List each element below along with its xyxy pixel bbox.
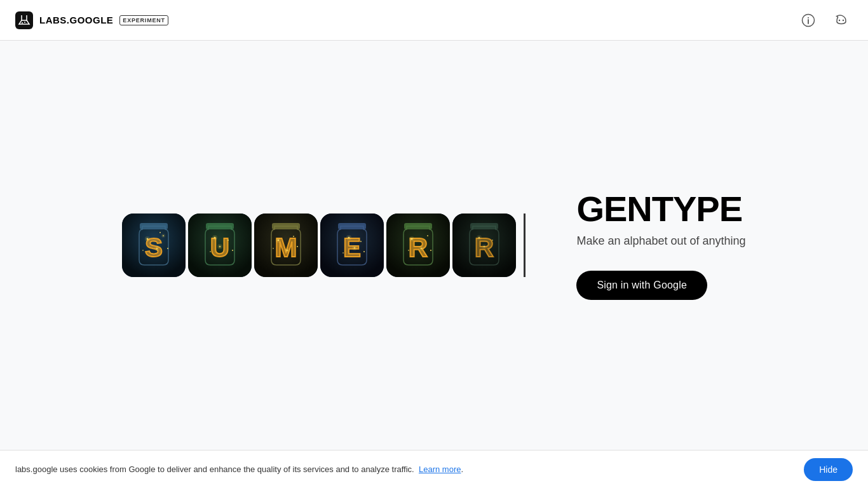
svg-point-62 xyxy=(430,250,431,251)
app-subtitle: Make an alphabet out of anything xyxy=(576,234,745,248)
svg-point-73 xyxy=(477,235,482,240)
svg-point-20 xyxy=(161,234,165,238)
svg-rect-10 xyxy=(140,223,168,229)
svg-point-60 xyxy=(427,235,428,236)
svg-point-21 xyxy=(154,246,159,251)
letter-card-u: U U xyxy=(188,214,252,277)
header-right xyxy=(797,9,853,32)
info-icon xyxy=(801,13,815,27)
svg-text:E: E xyxy=(343,233,361,262)
svg-point-32 xyxy=(217,244,222,249)
header-left: LABS.GOOGLE EXPERIMENT xyxy=(15,11,168,29)
learn-more-link[interactable]: Learn more xyxy=(419,464,461,474)
svg-point-3 xyxy=(24,22,25,23)
letter-card-r: R R xyxy=(386,214,450,277)
svg-point-30 xyxy=(210,251,211,252)
svg-point-16 xyxy=(167,248,168,249)
svg-text:M: M xyxy=(275,233,297,262)
svg-point-74 xyxy=(482,244,487,249)
svg-point-53 xyxy=(346,235,351,240)
svg-point-49 xyxy=(360,241,362,242)
letter-card-r2: R R xyxy=(452,214,516,277)
flask-icon xyxy=(15,11,33,29)
main-content: S S xyxy=(0,41,868,450)
letter-cards-panel: S S xyxy=(122,214,526,277)
svg-rect-67 xyxy=(470,223,498,229)
sign-in-button[interactable]: Sign in with Google xyxy=(576,271,707,300)
svg-point-19 xyxy=(145,236,150,241)
letter-card-s: S S xyxy=(122,214,186,277)
app-title: GENTYPE xyxy=(576,191,742,227)
svg-point-42 xyxy=(276,238,281,243)
svg-point-8 xyxy=(843,19,844,20)
svg-point-71 xyxy=(492,240,493,241)
letter-card-m: M M xyxy=(254,214,318,277)
info-button[interactable] xyxy=(797,9,820,32)
discord-icon xyxy=(834,13,848,27)
svg-point-64 xyxy=(409,236,414,241)
svg-point-18 xyxy=(159,232,161,233)
svg-point-38 xyxy=(293,236,294,237)
svg-rect-56 xyxy=(404,223,432,229)
svg-point-63 xyxy=(408,250,409,251)
svg-rect-34 xyxy=(272,223,300,229)
svg-point-40 xyxy=(297,246,298,247)
svg-rect-45 xyxy=(338,223,366,229)
discord-button[interactable] xyxy=(830,9,853,32)
svg-point-52 xyxy=(342,252,344,254)
letter-card-e: E E xyxy=(320,214,384,277)
svg-point-43 xyxy=(285,248,290,253)
svg-point-17 xyxy=(142,250,144,251)
svg-point-54 xyxy=(352,245,357,250)
experiment-badge: EXPERIMENT xyxy=(119,15,168,25)
header: LABS.GOOGLE EXPERIMENT xyxy=(0,0,868,41)
cookie-text: labs.google uses cookies from Google to … xyxy=(15,464,789,474)
svg-point-6 xyxy=(808,17,809,18)
svg-point-27 xyxy=(227,240,229,241)
right-panel: GENTYPE Make an alphabet out of anything… xyxy=(576,191,745,300)
hide-button[interactable]: Hide xyxy=(804,458,853,481)
svg-point-65 xyxy=(419,246,424,251)
svg-point-41 xyxy=(273,248,274,249)
svg-rect-23 xyxy=(206,223,234,229)
svg-point-2 xyxy=(22,22,23,24)
svg-point-7 xyxy=(839,19,840,20)
text-cursor xyxy=(524,214,526,277)
brand-name: LABS.GOOGLE xyxy=(39,15,113,25)
svg-point-29 xyxy=(232,250,233,251)
cookie-banner: labs.google uses cookies from Google to … xyxy=(0,450,868,488)
svg-point-31 xyxy=(212,235,217,240)
svg-point-51 xyxy=(363,251,365,252)
